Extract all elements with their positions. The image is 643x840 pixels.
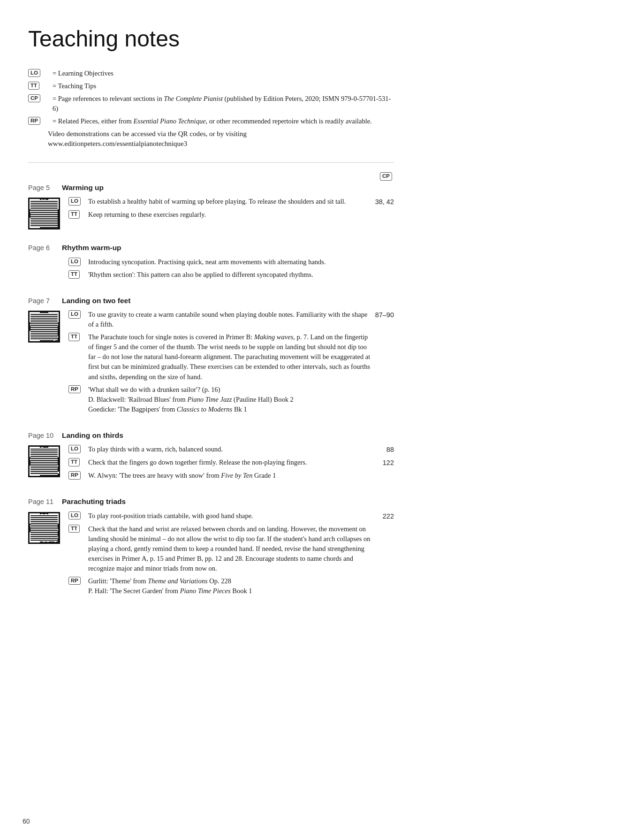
entry-page6-lo: LO Introducing syncopation. Practising q… <box>68 257 394 267</box>
svg-rect-98 <box>57 472 59 473</box>
svg-rect-106 <box>41 514 43 516</box>
svg-rect-40 <box>51 314 56 320</box>
qr-svg-page7 <box>28 311 60 343</box>
svg-rect-19 <box>50 211 52 213</box>
entry-page6-tt: TT 'Rhythm section': This pattern can al… <box>68 270 394 280</box>
svg-rect-99 <box>28 512 60 544</box>
svg-rect-4 <box>51 201 56 207</box>
svg-rect-14 <box>36 211 38 213</box>
svg-rect-129 <box>42 536 44 538</box>
qr-svg-page10 <box>28 445 60 477</box>
section-page7-title: Landing on two feet <box>62 296 130 306</box>
badge-rp: RP <box>68 471 81 480</box>
svg-rect-83 <box>53 458 54 460</box>
svg-rect-132 <box>53 536 55 538</box>
qr-page10 <box>28 445 60 477</box>
svg-rect-120 <box>44 529 46 531</box>
svg-rect-79 <box>39 458 41 460</box>
badge-lo: LO <box>68 197 81 206</box>
svg-rect-58 <box>42 330 44 332</box>
legend-lo-text: = Learning Objectives <box>53 69 394 78</box>
svg-rect-77 <box>33 458 35 460</box>
svg-rect-42 <box>32 333 38 339</box>
rp-badge: RP <box>28 117 40 125</box>
entry-page11-lo-text: To play root-position triads cantabile, … <box>88 511 371 521</box>
entry-page10-tt-text: Check that the fingers go down together … <box>88 458 371 467</box>
entry-page10-tt-cp: 122 <box>375 458 394 468</box>
svg-rect-64 <box>56 336 58 338</box>
badge-lo: LO <box>68 310 81 319</box>
svg-rect-41 <box>30 331 39 341</box>
svg-rect-84 <box>55 458 57 460</box>
qr-svg-page5 <box>28 198 60 229</box>
section-page10-label: Page 10 <box>28 431 62 441</box>
svg-rect-7 <box>41 199 43 201</box>
badge-tt: TT <box>68 333 80 341</box>
svg-rect-39 <box>49 313 58 322</box>
cp-badge: CP <box>28 94 40 103</box>
svg-rect-1 <box>30 199 39 209</box>
svg-rect-15 <box>38 211 40 213</box>
entry-page10-tt: TT Check that the fingers go down togeth… <box>68 458 394 468</box>
svg-rect-28 <box>53 216 54 218</box>
svg-rect-27 <box>50 216 52 218</box>
svg-rect-53 <box>53 324 55 326</box>
svg-rect-49 <box>38 324 40 326</box>
svg-rect-111 <box>30 525 33 527</box>
svg-rect-45 <box>42 316 44 318</box>
entry-page10-lo-cp: 88 <box>375 445 394 455</box>
badge-rp: RP <box>68 577 81 585</box>
tt-badge: TT <box>28 82 39 90</box>
svg-rect-11 <box>44 204 46 206</box>
entry-page11-tt-text: Check that the hand and wrist are relaxe… <box>88 524 371 573</box>
svg-rect-33 <box>55 219 57 221</box>
svg-rect-13 <box>33 211 35 213</box>
svg-rect-5 <box>30 218 39 228</box>
svg-rect-72 <box>32 468 38 473</box>
svg-rect-104 <box>30 533 39 542</box>
svg-rect-130 <box>46 536 48 538</box>
section-page7-body: LO To use gravity to create a warm canta… <box>28 310 394 417</box>
svg-rect-125 <box>41 533 43 535</box>
svg-rect-50 <box>41 324 44 326</box>
entry-page7-tt: TT The Parachute touch for single notes … <box>68 332 394 382</box>
section-page5-label: Page 5 <box>28 183 62 193</box>
section-page11: Page 11 Parachuting triads <box>28 496 394 599</box>
section-page10-body: LO To play thirds with a warm, rich, bal… <box>28 444 394 483</box>
svg-rect-2 <box>32 201 38 207</box>
entry-page10-lo: LO To play thirds with a warm, rich, bal… <box>68 444 394 455</box>
page-title: Teaching notes <box>28 23 394 55</box>
badge-tt: TT <box>68 270 80 279</box>
cp-column-header-row: CP <box>28 172 394 181</box>
svg-rect-87 <box>48 461 50 463</box>
badge-lo: LO <box>68 512 81 520</box>
svg-rect-56 <box>45 328 47 329</box>
entry-page6-tt-text: 'Rhythm section': This pattern can also … <box>88 270 371 280</box>
section-page10: Page 10 Landing on thirds <box>28 430 394 484</box>
svg-rect-57 <box>48 328 50 329</box>
svg-rect-105 <box>32 535 38 540</box>
svg-rect-60 <box>51 330 53 332</box>
entry-page10-rp: RP W. Alwyn: 'The trees are heavy with s… <box>68 471 394 481</box>
badge-rp: RP <box>68 385 81 394</box>
svg-rect-76 <box>30 458 32 460</box>
svg-rect-90 <box>45 465 47 467</box>
svg-rect-17 <box>44 211 46 213</box>
entry-page10-lo-text: To play thirds with a warm, rich, balanc… <box>88 444 371 454</box>
section-page5-title: Warming up <box>62 183 104 193</box>
svg-rect-73 <box>41 447 43 449</box>
svg-rect-126 <box>45 533 47 535</box>
entry-page7-lo-cp: 87–90 <box>375 310 394 320</box>
svg-rect-23 <box>44 214 46 215</box>
entry-page11-lo-cp: 222 <box>375 512 394 521</box>
svg-rect-0 <box>28 198 60 229</box>
svg-rect-12 <box>30 211 32 213</box>
section-page5-header: Page 5 Warming up <box>28 183 394 193</box>
svg-rect-97 <box>54 469 56 471</box>
svg-rect-22 <box>41 214 43 215</box>
section-page5-content: LO To establish a healthy habit of warmi… <box>68 197 394 222</box>
svg-rect-85 <box>41 461 43 463</box>
svg-rect-48 <box>34 324 37 326</box>
svg-rect-89 <box>41 465 43 467</box>
svg-rect-101 <box>32 516 38 521</box>
